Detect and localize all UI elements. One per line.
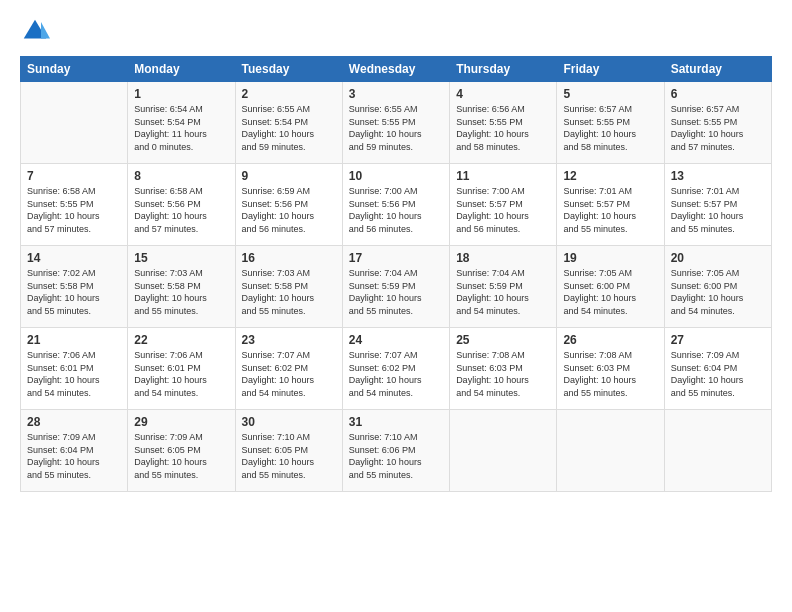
day-number: 20 (671, 251, 765, 265)
day-cell: 7Sunrise: 6:58 AM Sunset: 5:55 PM Daylig… (21, 164, 128, 246)
day-number: 4 (456, 87, 550, 101)
day-info: Sunrise: 7:00 AM Sunset: 5:56 PM Dayligh… (349, 185, 443, 235)
day-cell: 22Sunrise: 7:06 AM Sunset: 6:01 PM Dayli… (128, 328, 235, 410)
day-info: Sunrise: 7:07 AM Sunset: 6:02 PM Dayligh… (349, 349, 443, 399)
week-row-4: 28Sunrise: 7:09 AM Sunset: 6:04 PM Dayli… (21, 410, 772, 492)
day-cell: 16Sunrise: 7:03 AM Sunset: 5:58 PM Dayli… (235, 246, 342, 328)
day-number: 6 (671, 87, 765, 101)
day-number: 28 (27, 415, 121, 429)
day-number: 11 (456, 169, 550, 183)
day-info: Sunrise: 7:09 AM Sunset: 6:05 PM Dayligh… (134, 431, 228, 481)
day-info: Sunrise: 7:04 AM Sunset: 5:59 PM Dayligh… (349, 267, 443, 317)
day-info: Sunrise: 7:01 AM Sunset: 5:57 PM Dayligh… (563, 185, 657, 235)
day-info: Sunrise: 6:54 AM Sunset: 5:54 PM Dayligh… (134, 103, 228, 153)
day-cell: 27Sunrise: 7:09 AM Sunset: 6:04 PM Dayli… (664, 328, 771, 410)
header-cell-friday: Friday (557, 57, 664, 82)
day-cell: 30Sunrise: 7:10 AM Sunset: 6:05 PM Dayli… (235, 410, 342, 492)
day-cell: 26Sunrise: 7:08 AM Sunset: 6:03 PM Dayli… (557, 328, 664, 410)
day-number: 21 (27, 333, 121, 347)
day-cell: 21Sunrise: 7:06 AM Sunset: 6:01 PM Dayli… (21, 328, 128, 410)
day-number: 24 (349, 333, 443, 347)
day-number: 29 (134, 415, 228, 429)
day-info: Sunrise: 7:03 AM Sunset: 5:58 PM Dayligh… (134, 267, 228, 317)
day-number: 5 (563, 87, 657, 101)
day-info: Sunrise: 7:00 AM Sunset: 5:57 PM Dayligh… (456, 185, 550, 235)
day-info: Sunrise: 6:58 AM Sunset: 5:56 PM Dayligh… (134, 185, 228, 235)
day-cell: 25Sunrise: 7:08 AM Sunset: 6:03 PM Dayli… (450, 328, 557, 410)
day-cell: 5Sunrise: 6:57 AM Sunset: 5:55 PM Daylig… (557, 82, 664, 164)
day-info: Sunrise: 7:09 AM Sunset: 6:04 PM Dayligh… (671, 349, 765, 399)
day-info: Sunrise: 7:10 AM Sunset: 6:06 PM Dayligh… (349, 431, 443, 481)
day-number: 31 (349, 415, 443, 429)
calendar-table: SundayMondayTuesdayWednesdayThursdayFrid… (20, 56, 772, 492)
day-number: 2 (242, 87, 336, 101)
day-number: 26 (563, 333, 657, 347)
week-row-1: 7Sunrise: 6:58 AM Sunset: 5:55 PM Daylig… (21, 164, 772, 246)
day-number: 16 (242, 251, 336, 265)
day-number: 1 (134, 87, 228, 101)
day-number: 14 (27, 251, 121, 265)
day-cell (21, 82, 128, 164)
header-cell-wednesday: Wednesday (342, 57, 449, 82)
day-number: 30 (242, 415, 336, 429)
header (20, 16, 772, 46)
day-info: Sunrise: 7:03 AM Sunset: 5:58 PM Dayligh… (242, 267, 336, 317)
day-cell: 6Sunrise: 6:57 AM Sunset: 5:55 PM Daylig… (664, 82, 771, 164)
day-number: 15 (134, 251, 228, 265)
day-cell: 20Sunrise: 7:05 AM Sunset: 6:00 PM Dayli… (664, 246, 771, 328)
day-number: 10 (349, 169, 443, 183)
day-cell: 18Sunrise: 7:04 AM Sunset: 5:59 PM Dayli… (450, 246, 557, 328)
day-info: Sunrise: 7:01 AM Sunset: 5:57 PM Dayligh… (671, 185, 765, 235)
week-row-2: 14Sunrise: 7:02 AM Sunset: 5:58 PM Dayli… (21, 246, 772, 328)
day-info: Sunrise: 6:56 AM Sunset: 5:55 PM Dayligh… (456, 103, 550, 153)
day-number: 12 (563, 169, 657, 183)
day-cell: 2Sunrise: 6:55 AM Sunset: 5:54 PM Daylig… (235, 82, 342, 164)
day-info: Sunrise: 7:07 AM Sunset: 6:02 PM Dayligh… (242, 349, 336, 399)
week-row-0: 1Sunrise: 6:54 AM Sunset: 5:54 PM Daylig… (21, 82, 772, 164)
day-cell: 4Sunrise: 6:56 AM Sunset: 5:55 PM Daylig… (450, 82, 557, 164)
day-number: 22 (134, 333, 228, 347)
day-info: Sunrise: 7:10 AM Sunset: 6:05 PM Dayligh… (242, 431, 336, 481)
calendar-page: SundayMondayTuesdayWednesdayThursdayFrid… (0, 0, 792, 612)
header-cell-tuesday: Tuesday (235, 57, 342, 82)
day-info: Sunrise: 7:08 AM Sunset: 6:03 PM Dayligh… (563, 349, 657, 399)
day-cell: 13Sunrise: 7:01 AM Sunset: 5:57 PM Dayli… (664, 164, 771, 246)
day-cell: 10Sunrise: 7:00 AM Sunset: 5:56 PM Dayli… (342, 164, 449, 246)
day-cell: 29Sunrise: 7:09 AM Sunset: 6:05 PM Dayli… (128, 410, 235, 492)
day-cell (664, 410, 771, 492)
calendar-body: 1Sunrise: 6:54 AM Sunset: 5:54 PM Daylig… (21, 82, 772, 492)
day-number: 18 (456, 251, 550, 265)
day-info: Sunrise: 7:05 AM Sunset: 6:00 PM Dayligh… (671, 267, 765, 317)
day-info: Sunrise: 7:02 AM Sunset: 5:58 PM Dayligh… (27, 267, 121, 317)
day-cell: 17Sunrise: 7:04 AM Sunset: 5:59 PM Dayli… (342, 246, 449, 328)
day-cell: 24Sunrise: 7:07 AM Sunset: 6:02 PM Dayli… (342, 328, 449, 410)
day-info: Sunrise: 6:57 AM Sunset: 5:55 PM Dayligh… (671, 103, 765, 153)
calendar-header: SundayMondayTuesdayWednesdayThursdayFrid… (21, 57, 772, 82)
week-row-3: 21Sunrise: 7:06 AM Sunset: 6:01 PM Dayli… (21, 328, 772, 410)
day-number: 9 (242, 169, 336, 183)
day-info: Sunrise: 7:08 AM Sunset: 6:03 PM Dayligh… (456, 349, 550, 399)
day-cell: 11Sunrise: 7:00 AM Sunset: 5:57 PM Dayli… (450, 164, 557, 246)
day-cell (557, 410, 664, 492)
day-info: Sunrise: 7:06 AM Sunset: 6:01 PM Dayligh… (134, 349, 228, 399)
day-info: Sunrise: 7:06 AM Sunset: 6:01 PM Dayligh… (27, 349, 121, 399)
day-info: Sunrise: 6:55 AM Sunset: 5:54 PM Dayligh… (242, 103, 336, 153)
day-cell: 19Sunrise: 7:05 AM Sunset: 6:00 PM Dayli… (557, 246, 664, 328)
day-number: 17 (349, 251, 443, 265)
day-cell: 8Sunrise: 6:58 AM Sunset: 5:56 PM Daylig… (128, 164, 235, 246)
header-cell-thursday: Thursday (450, 57, 557, 82)
day-cell: 1Sunrise: 6:54 AM Sunset: 5:54 PM Daylig… (128, 82, 235, 164)
day-info: Sunrise: 7:09 AM Sunset: 6:04 PM Dayligh… (27, 431, 121, 481)
day-info: Sunrise: 6:55 AM Sunset: 5:55 PM Dayligh… (349, 103, 443, 153)
header-cell-sunday: Sunday (21, 57, 128, 82)
header-cell-monday: Monday (128, 57, 235, 82)
day-cell: 15Sunrise: 7:03 AM Sunset: 5:58 PM Dayli… (128, 246, 235, 328)
header-cell-saturday: Saturday (664, 57, 771, 82)
day-number: 27 (671, 333, 765, 347)
day-number: 19 (563, 251, 657, 265)
day-number: 8 (134, 169, 228, 183)
logo-icon (20, 16, 50, 46)
day-info: Sunrise: 6:57 AM Sunset: 5:55 PM Dayligh… (563, 103, 657, 153)
day-cell: 12Sunrise: 7:01 AM Sunset: 5:57 PM Dayli… (557, 164, 664, 246)
day-cell: 23Sunrise: 7:07 AM Sunset: 6:02 PM Dayli… (235, 328, 342, 410)
